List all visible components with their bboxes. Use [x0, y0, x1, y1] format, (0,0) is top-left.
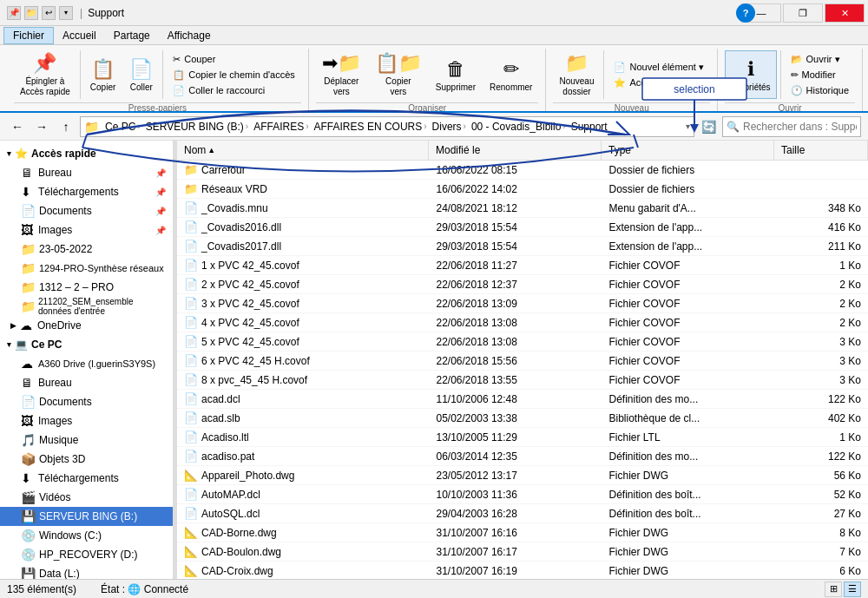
menu-partage[interactable]: Partage: [105, 28, 159, 43]
ribbon-copy-path-button[interactable]: 📋 Copier le chemin d'accès: [167, 67, 301, 82]
table-row[interactable]: 📄1 x PVC 42_45.covof22/06/2018 11:27Fich…: [177, 256, 868, 275]
ribbon-paste-button[interactable]: 📄 Coller: [123, 50, 159, 99]
sidebar-group-cepc[interactable]: ▾ 💻 Ce PC: [0, 335, 173, 354]
ribbon-pin-button[interactable]: 📌 Épingler àAccès rapide: [14, 50, 76, 99]
ribbon-delete-button[interactable]: 🗑 Supprimer: [430, 50, 482, 99]
table-row[interactable]: 📄6 x PVC 42_45 H.covof22/06/2018 15:56Fi…: [177, 352, 868, 371]
menu-affichage[interactable]: Affichage: [159, 28, 220, 43]
sidebar-item-windows[interactable]: 💿 Windows (C:): [0, 526, 173, 545]
up-button[interactable]: ↑: [56, 116, 76, 137]
sidebar-item-211202[interactable]: 📁 211202_SEM_ensemble données d'entrée: [0, 297, 173, 316]
addr-support[interactable]: Support: [569, 120, 610, 134]
sidebar-item-musique[interactable]: 🎵 Musique: [0, 430, 173, 450]
addr-affaires[interactable]: AFFAIRES ›: [251, 120, 311, 134]
sidebar-item-onedrive[interactable]: ▶ ☁ OneDrive: [0, 316, 173, 335]
sidebar-group-quickaccess[interactable]: ▾ ⭐ Accès rapide: [0, 144, 173, 163]
menu-accueil[interactable]: Accueil: [54, 28, 105, 43]
ribbon-move-button[interactable]: ➡📁 Déplacervers: [316, 50, 367, 99]
refresh-button[interactable]: 🔄: [698, 116, 719, 137]
table-row[interactable]: 📄Acadiso.ltl13/10/2005 11:29Fichier LTL1…: [177, 428, 868, 447]
help-button[interactable]: ?: [736, 3, 755, 23]
close-button[interactable]: ✕: [825, 3, 865, 23]
col-header-size[interactable]: Taille: [774, 141, 868, 160]
sidebar-item-bureau2[interactable]: 🖥 Bureau: [0, 373, 173, 392]
search-input[interactable]: [743, 121, 857, 133]
sidebar-item-objets3d[interactable]: 📦 Objets 3D: [0, 450, 173, 469]
search-bar[interactable]: 🔍: [722, 116, 861, 137]
ribbon-edit-button[interactable]: ✏ Modifier: [785, 67, 856, 82]
table-row[interactable]: 📐CAD-Borne.dwg31/10/2007 16:16Fichier DW…: [177, 523, 868, 542]
addr-cepc[interactable]: Ce PC ›: [102, 120, 143, 134]
table-row[interactable]: 📐Appareil_Photo.dwg23/05/2012 13:17Fichi…: [177, 466, 868, 485]
col-header-date[interactable]: Modifié le: [429, 141, 602, 160]
table-row[interactable]: 📄2 x PVC 42_45.covof22/06/2018 12:37Fich…: [177, 275, 868, 294]
col-header-type[interactable]: Type: [602, 141, 774, 160]
view-grid-button[interactable]: ⊞: [825, 582, 842, 597]
ribbon-history-button[interactable]: 🕐 Historique: [785, 82, 856, 98]
addr-covadis[interactable]: 00 - Covadis_Biblio ›: [469, 120, 569, 134]
ribbon-quick-access-button[interactable]: ⭐ Accès rapide ▾: [608, 75, 710, 90]
ribbon-copy-button[interactable]: 📋 Copier: [84, 50, 122, 99]
ribbon-new-folder-button[interactable]: 📁 Nouveaudossier: [553, 50, 600, 99]
addr-dropdown-icon[interactable]: ▾: [686, 122, 690, 131]
table-row[interactable]: 📄acadiso.pat06/03/2014 12:35Définition d…: [177, 447, 868, 466]
sidebar-item-documents[interactable]: 📄 Documents 📌: [0, 201, 173, 220]
table-row[interactable]: 📐CAD-Croix.dwg31/10/2007 16:19Fichier DW…: [177, 562, 868, 579]
sidebar-item-videos[interactable]: 🎬 Vidéos: [0, 488, 173, 507]
forward-button[interactable]: →: [31, 116, 52, 137]
table-row[interactable]: 📄acad.dcl11/10/2006 12:48Définition des …: [177, 390, 868, 409]
sidebar-telechargements-label: Téléchargements: [38, 186, 119, 198]
maximize-button[interactable]: ❐: [783, 3, 823, 23]
menu-fichier[interactable]: Fichier: [3, 27, 54, 44]
quick-access-folder[interactable]: 📁: [24, 6, 38, 20]
back-button[interactable]: ←: [7, 116, 28, 137]
sidebar-item-documents2[interactable]: 📄 Documents: [0, 392, 173, 411]
ribbon-new-item-button[interactable]: 📄 Nouvel élément ▾: [608, 59, 710, 75]
ribbon-cut-button[interactable]: ✂ Couper: [167, 51, 301, 67]
sidebar-item-telechargements2[interactable]: ⬇ Téléchargements: [0, 469, 173, 488]
quick-access-dropdown[interactable]: ▾: [59, 6, 73, 20]
sidebar-item-hp-recovery[interactable]: 💿 HP_RECOVERY (D:): [0, 545, 173, 564]
file-type-cell: Définition des mo...: [602, 391, 775, 407]
table-row[interactable]: 📐CAD-Boulon.dwg31/10/2007 16:17Fichier D…: [177, 542, 868, 562]
sidebar-item-data[interactable]: 💾 Data (L:): [0, 564, 173, 579]
sidebar-item-serveur[interactable]: 💾 SERVEUR BING (B:): [0, 507, 173, 526]
table-row[interactable]: 📁Carrefour16/06/2022 08:15Dossier de fic…: [177, 161, 868, 180]
table-row[interactable]: 📄AutoMAP.dcl10/10/2003 11:36Définition d…: [177, 485, 868, 504]
address-bar[interactable]: 📁 Ce PC › SERVEUR BING (B:) › AFFAIRES ›…: [80, 116, 694, 137]
ribbon-rename-button[interactable]: ✏ Renommer: [483, 50, 538, 99]
chevron-down-icon: ▾: [7, 149, 11, 158]
sidebar-item-a360[interactable]: ☁ A360 Drive (l.guerinS3Y9S): [0, 354, 173, 373]
ribbon-open-button[interactable]: 📂 Ouvrir ▾: [785, 51, 856, 67]
file-name: 6 x PVC 42_45 H.covof: [201, 355, 310, 367]
bureau-icon: 🖥: [21, 166, 35, 180]
sidebar-item-telechargements[interactable]: ⬇ Téléchargements 📌: [0, 182, 173, 201]
sidebar-item-1312[interactable]: 📁 1312 – 2 – PRO: [0, 278, 173, 297]
table-row[interactable]: 📄5 x PVC 42_45.covof22/06/2018 13:08Fich…: [177, 332, 868, 352]
table-row[interactable]: 📁Réseaux VRD16/06/2022 14:02Dossier de f…: [177, 180, 868, 199]
table-row[interactable]: 📄3 x PVC 42_45.covof22/06/2018 13:09Fich…: [177, 294, 868, 313]
table-row[interactable]: 📄acad.slb05/02/2003 13:38Bibliothèque de…: [177, 409, 868, 428]
sidebar-item-23052022[interactable]: 📁 23-05-2022: [0, 240, 173, 259]
addr-divers[interactable]: Divers ›: [430, 120, 469, 134]
ribbon-paste-shortcut-button[interactable]: 📄 Coller le raccourci: [167, 82, 301, 98]
table-row[interactable]: 📄AutoSQL.dcl29/04/2003 16:28Définition d…: [177, 504, 868, 523]
table-row[interactable]: 📄8 x pvc_45_45 H.covof22/06/2018 13:55Fi…: [177, 371, 868, 390]
ribbon-copy-to-button[interactable]: 📋📁 Copiervers: [369, 50, 428, 99]
quick-access-pin[interactable]: 📌: [7, 6, 21, 20]
ribbon-properties-button[interactable]: ℹ Propriétés: [725, 50, 777, 99]
sidebar-item-1294pro[interactable]: 📁 1294-PRO-Synthèse réseaux: [0, 259, 173, 278]
quick-access-undo[interactable]: ↩: [42, 6, 56, 20]
addr-serveur[interactable]: SERVEUR BING (B:) ›: [143, 120, 251, 134]
table-row[interactable]: 📄_Covadis2016.dll29/03/2018 15:54Extensi…: [177, 218, 868, 237]
sidebar-hp-recovery-label: HP_RECOVERY (D:): [39, 549, 138, 561]
table-row[interactable]: 📄4 x PVC 42_45.covof22/06/2018 13:08Fich…: [177, 313, 868, 332]
table-row[interactable]: 📄_Covadis.mnu24/08/2021 18:12Menu gabari…: [177, 199, 868, 218]
sidebar-item-images[interactable]: 🖼 Images 📌: [0, 220, 173, 240]
addr-affaires-en-cours[interactable]: AFFAIRES EN COURS ›: [312, 120, 430, 134]
table-row[interactable]: 📄_Covadis2017.dll29/03/2018 15:54Extensi…: [177, 237, 868, 256]
sidebar-item-images2[interactable]: 🖼 Images: [0, 411, 173, 430]
view-list-button[interactable]: ☰: [844, 582, 861, 597]
col-header-name[interactable]: Nom ▲: [177, 141, 429, 160]
sidebar-item-bureau[interactable]: 🖥 Bureau 📌: [0, 163, 173, 182]
